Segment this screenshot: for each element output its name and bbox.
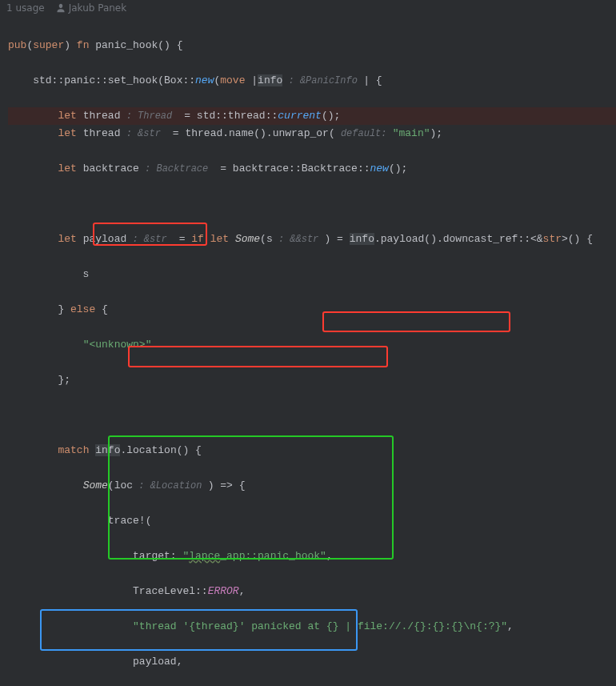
code-line[interactable]: };	[8, 371, 616, 389]
usages-count[interactable]: 1 usage	[6, 0, 45, 17]
person-icon	[56, 3, 66, 13]
code-line[interactable]: s	[8, 266, 616, 283]
var-info: info	[258, 74, 282, 86]
code-line[interactable]: TraceLevel::ERROR,	[8, 583, 616, 600]
code-line[interactable]: let backtrace : Backtrace = backtrace::B…	[8, 160, 616, 178]
code-line[interactable]: pub(super) fn panic_hook() {	[8, 37, 616, 54]
code-line[interactable]: match info.location() {	[8, 442, 616, 459]
code-line[interactable]: "thread '{thread}' panicked at {} | file…	[8, 618, 616, 636]
code-line[interactable]: let thread : Thread = std::thread::curre…	[8, 107, 616, 125]
blank-line	[8, 407, 616, 424]
code-line[interactable]: } else {	[8, 301, 616, 319]
code-line[interactable]: "<unknown>"	[8, 336, 616, 354]
code-line[interactable]: std::panic::set_hook(Box::new(move |info…	[8, 72, 616, 90]
var-info: info	[95, 444, 120, 456]
code-lens-header: 1 usage Jakub Panek	[0, 0, 616, 16]
code-line[interactable]: target: "lapce_app::panic_hook",	[8, 548, 616, 565]
author-annotation[interactable]: Jakub Panek	[56, 0, 127, 17]
code-line[interactable]: let payload : &str = if let Some(s : &&s…	[8, 231, 616, 248]
code-line[interactable]: payload,	[8, 653, 616, 671]
blank-line	[8, 195, 616, 213]
code-line[interactable]: let thread : &str = thread.name().unwrap…	[8, 125, 616, 142]
var-info: info	[350, 233, 374, 245]
code-line[interactable]: Some(loc : &Location ) => {	[8, 477, 616, 495]
author-name: Jakub Panek	[69, 0, 127, 17]
code-editor[interactable]: pub(super) fn panic_hook() { std::panic:…	[0, 16, 616, 686]
code-line[interactable]: trace!(	[8, 512, 616, 530]
